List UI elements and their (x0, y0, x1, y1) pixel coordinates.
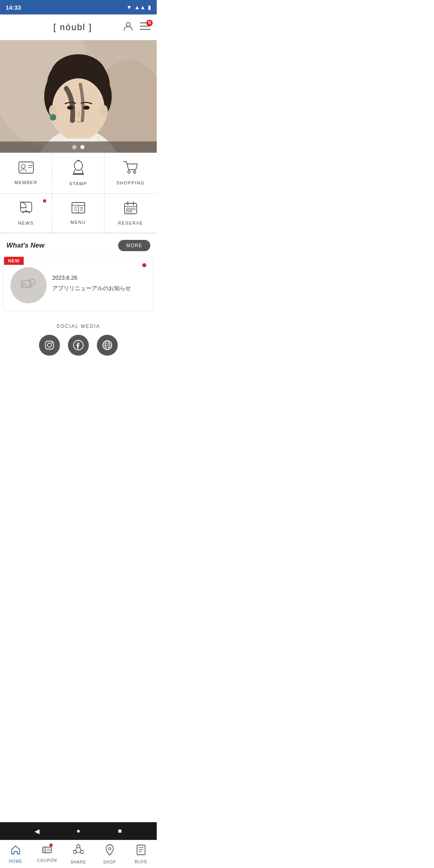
grid-item-shopping[interactable]: SHOPPING (104, 153, 157, 194)
coupon-notification-dot (49, 843, 53, 847)
grid-item-member[interactable]: MEMBER (0, 153, 52, 194)
battery-icon: ▮ (148, 4, 151, 10)
svg-point-70 (77, 845, 80, 848)
svg-rect-49 (127, 211, 129, 212)
member-icon (18, 161, 34, 177)
svg-rect-47 (130, 208, 132, 210)
shopping-icon (123, 161, 138, 177)
android-recent[interactable]: ■ (114, 825, 126, 837)
shop-nav-label: SHOP (103, 860, 116, 864)
svg-point-55 (47, 343, 51, 347)
menu-grid-label: MENU (70, 220, 86, 225)
svg-point-25 (74, 161, 82, 170)
news-badge: NEW (4, 257, 24, 265)
coupon-nav-icon (42, 845, 52, 857)
status-time: 14:33 (6, 4, 21, 11)
svg-rect-48 (133, 208, 135, 210)
svg-point-76 (108, 848, 111, 850)
svg-point-17 (50, 114, 56, 121)
status-icons: ▼ ▲▲ ▮ (126, 4, 151, 10)
news-content: 2023.6.26 アプリリニューアルのお知らせ (52, 274, 146, 293)
svg-point-72 (80, 850, 84, 854)
grid-item-reserve[interactable]: RESERVE (104, 194, 157, 233)
grid-item-news[interactable]: NEWS (0, 194, 52, 233)
member-label: MEMBER (14, 180, 37, 185)
android-nav-bar: ◀ ● ■ (0, 822, 157, 840)
home-nav-icon (10, 845, 21, 858)
signal-icon: ▲▲ (134, 4, 145, 10)
svg-point-56 (51, 342, 53, 343)
grid-item-menu[interactable]: MENU (52, 194, 104, 233)
news-thumbnail (10, 267, 47, 303)
news-card[interactable]: NEW 2023.6.26 アプリリニューアルのお知らせ (4, 257, 153, 310)
svg-rect-50 (130, 211, 132, 212)
blog-nav-label: BLOG (135, 860, 147, 864)
svg-point-14 (52, 78, 104, 139)
stamp-label: STAMP (69, 181, 87, 186)
svg-line-74 (80, 848, 82, 851)
hero-image (0, 40, 157, 153)
nav-home[interactable]: HOME (0, 840, 31, 868)
social-section: SOCIAL MEDIA (0, 315, 157, 360)
news-unread-dot (142, 263, 146, 267)
more-button[interactable]: MORE (118, 240, 150, 251)
whats-new-title: What's New (6, 242, 45, 250)
reserve-icon (124, 201, 137, 217)
bottom-nav: HOME COUPON (0, 840, 157, 868)
android-home[interactable]: ● (72, 825, 84, 837)
nav-blog[interactable]: BLOG (125, 840, 157, 868)
status-bar: 14:33 ▼ ▲▲ ▮ (0, 0, 157, 14)
instagram-icon[interactable] (39, 335, 60, 356)
stamp-icon (72, 160, 85, 178)
news-label: NEWS (18, 221, 34, 225)
svg-point-30 (128, 171, 130, 173)
reserve-label: RESERVE (118, 221, 143, 225)
news-title-text: アプリリニューアルのお知らせ (52, 284, 146, 293)
facebook-icon[interactable] (68, 335, 89, 356)
svg-line-73 (76, 848, 77, 851)
wifi-icon: ▼ (126, 4, 132, 10)
home-nav-label: HOME (9, 859, 23, 864)
profile-icon[interactable] (123, 21, 133, 34)
news-icon (19, 201, 33, 217)
news-date: 2023.6.26 (52, 274, 146, 281)
hero-dots (0, 141, 157, 153)
nav-shop[interactable]: SHOP (94, 840, 125, 868)
menu-badge: N (146, 20, 153, 26)
hero-banner[interactable] (0, 40, 157, 153)
menu-icon[interactable]: N (140, 22, 150, 33)
menu-grid-icon (71, 202, 86, 217)
share-nav-icon (73, 844, 84, 858)
grid-menu: MEMBER STAMP (0, 153, 157, 233)
news-notification-dot (43, 199, 46, 203)
nav-share[interactable]: SHARE (63, 840, 94, 868)
shopping-label: SHOPPING (117, 180, 145, 185)
svg-point-31 (133, 171, 136, 173)
header-right: N (123, 21, 150, 34)
svg-rect-77 (137, 845, 145, 855)
hero-dot-2[interactable] (80, 145, 84, 149)
social-icons (0, 335, 157, 356)
hero-dot-1[interactable] (72, 145, 76, 149)
svg-point-71 (73, 850, 76, 854)
svg-point-22 (21, 164, 25, 168)
whats-new-section: What's New MORE (0, 233, 157, 251)
social-title: SOCIAL MEDIA (0, 323, 157, 329)
app-logo: [ nóubl ] (53, 22, 92, 33)
main-content: MEMBER STAMP (0, 40, 157, 408)
svg-point-16 (100, 105, 108, 116)
blog-nav-icon (136, 844, 146, 858)
share-nav-label: SHARE (70, 860, 86, 864)
grid-item-stamp[interactable]: STAMP (52, 153, 104, 194)
coupon-nav-label: COUPON (37, 858, 57, 863)
app-header: [ nóubl ] N (0, 14, 157, 40)
svg-rect-46 (127, 208, 129, 210)
website-icon[interactable] (97, 335, 118, 356)
android-back[interactable]: ◀ (31, 825, 43, 837)
nav-coupon[interactable]: COUPON (31, 840, 63, 868)
svg-point-52 (29, 279, 35, 285)
svg-point-0 (126, 23, 130, 27)
shop-nav-icon (105, 844, 114, 858)
